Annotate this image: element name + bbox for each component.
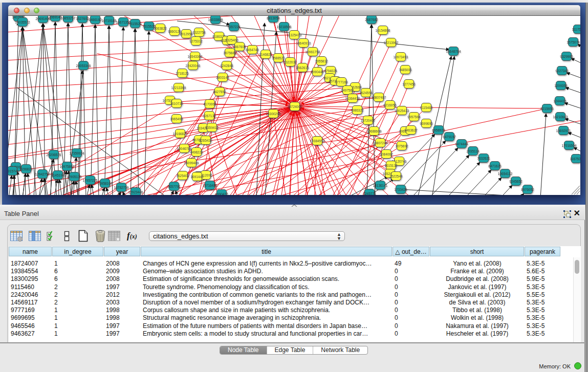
svg-text:7632621: 7632621 xyxy=(477,157,490,160)
svg-text:6322037: 6322037 xyxy=(284,60,297,64)
svg-text:1527602: 1527602 xyxy=(76,17,89,20)
svg-text:9657791: 9657791 xyxy=(167,185,181,188)
svg-text:10853257: 10853257 xyxy=(61,16,76,20)
svg-text:10654112: 10654112 xyxy=(498,172,513,176)
svg-text:9474444: 9474444 xyxy=(455,142,468,146)
svg-text:9245771: 9245771 xyxy=(363,192,376,195)
svg-text:9957564: 9957564 xyxy=(407,115,421,119)
svg-text:15692971: 15692971 xyxy=(556,129,571,133)
svg-text:10688609: 10688609 xyxy=(367,129,382,133)
svg-text:10961758: 10961758 xyxy=(306,50,320,54)
svg-text:12942757: 12942757 xyxy=(35,172,50,176)
svg-text:1277453: 1277453 xyxy=(402,82,416,86)
svg-text:2935114: 2935114 xyxy=(467,149,480,153)
svg-text:12213967: 12213967 xyxy=(384,41,399,45)
svg-text:1733426: 1733426 xyxy=(394,188,407,191)
svg-text:21364436: 21364436 xyxy=(345,97,360,100)
svg-text:2687682: 2687682 xyxy=(365,18,378,21)
svg-text:6794024: 6794024 xyxy=(324,69,337,73)
svg-text:8471626: 8471626 xyxy=(488,164,502,168)
svg-text:11325419: 11325419 xyxy=(287,33,302,37)
svg-text:15720407: 15720407 xyxy=(361,119,376,122)
svg-text:19384554: 19384554 xyxy=(310,139,325,143)
svg-text:10807487: 10807487 xyxy=(372,96,386,99)
svg-text:19166827: 19166827 xyxy=(173,132,188,136)
svg-text:7955812: 7955812 xyxy=(315,59,328,63)
svg-text:4498222: 4498222 xyxy=(190,150,203,154)
svg-text:10958107: 10958107 xyxy=(98,182,113,185)
svg-text:14099489: 14099489 xyxy=(184,161,199,165)
svg-text:3915741: 3915741 xyxy=(8,169,19,173)
svg-text:10975867: 10975867 xyxy=(60,165,75,168)
svg-text:19218506: 19218506 xyxy=(277,25,292,29)
svg-text:20206576: 20206576 xyxy=(47,153,61,157)
svg-text:9242848: 9242848 xyxy=(220,64,233,68)
svg-text:17957225: 17957225 xyxy=(83,179,98,182)
svg-text:16033809: 16033809 xyxy=(208,18,223,21)
svg-text:7663822: 7663822 xyxy=(154,27,167,30)
svg-text:1167533: 1167533 xyxy=(570,157,580,161)
svg-text:8976052: 8976052 xyxy=(521,188,534,191)
svg-text:9146821: 9146821 xyxy=(259,53,272,56)
svg-text:9860124: 9860124 xyxy=(168,30,181,33)
svg-text:8912954: 8912954 xyxy=(180,32,193,36)
svg-text:8990444: 8990444 xyxy=(311,70,324,74)
svg-text:16154808: 16154808 xyxy=(376,29,390,32)
svg-text:9777169: 9777169 xyxy=(335,80,348,84)
svg-text:9227343: 9227343 xyxy=(555,69,569,73)
svg-text:2718126: 2718126 xyxy=(176,72,189,75)
svg-text:7986322: 7986322 xyxy=(351,108,364,112)
svg-text:9322754: 9322754 xyxy=(192,31,206,34)
svg-text:2522544: 2522544 xyxy=(389,174,403,178)
svg-text:6216055: 6216055 xyxy=(383,103,397,107)
svg-text:2803144: 2803144 xyxy=(216,76,229,79)
svg-text:1156829: 1156829 xyxy=(20,167,33,171)
svg-text:9275312: 9275312 xyxy=(189,39,203,43)
svg-text:5359412: 5359412 xyxy=(205,126,219,129)
svg-text:8958923: 8958923 xyxy=(432,128,445,132)
svg-text:10719185: 10719185 xyxy=(102,19,117,23)
svg-text:1588520: 1588520 xyxy=(272,56,285,60)
svg-text:15640910: 15640910 xyxy=(296,41,311,45)
svg-text:1610735: 1610735 xyxy=(170,102,183,105)
svg-text:18724007: 18724007 xyxy=(288,105,302,108)
svg-text:8427552: 8427552 xyxy=(213,90,226,94)
svg-text:1965493: 1965493 xyxy=(170,117,183,121)
svg-text:13716485: 13716485 xyxy=(203,184,217,187)
svg-text:2867608: 2867608 xyxy=(233,45,246,49)
svg-text:10025433: 10025433 xyxy=(395,109,409,113)
svg-text:1075692: 1075692 xyxy=(395,144,408,148)
svg-text:9084067: 9084067 xyxy=(380,152,393,156)
svg-text:14035572: 14035572 xyxy=(15,20,30,24)
svg-text:7515526: 7515526 xyxy=(128,22,142,26)
svg-text:1145194: 1145194 xyxy=(52,173,64,177)
svg-text:2265432: 2265432 xyxy=(199,139,212,142)
svg-text:7485006: 7485006 xyxy=(399,68,412,72)
svg-text:22420046: 22420046 xyxy=(186,64,201,68)
svg-text:12923446: 12923446 xyxy=(128,190,143,194)
svg-text:16648784: 16648784 xyxy=(446,50,461,53)
svg-text:12213369: 12213369 xyxy=(171,86,186,90)
svg-text:10046788: 10046788 xyxy=(177,147,192,150)
svg-text:8990472: 8990472 xyxy=(215,192,228,195)
svg-text:16782759: 16782759 xyxy=(114,186,129,189)
svg-text:16210643: 16210643 xyxy=(553,115,568,119)
svg-text:17016504: 17016504 xyxy=(562,144,577,147)
svg-text:2069140: 2069140 xyxy=(49,16,62,19)
svg-text:9329966: 9329966 xyxy=(560,55,573,58)
svg-text:9463627: 9463627 xyxy=(404,128,418,132)
svg-text:9115460: 9115460 xyxy=(420,106,433,110)
svg-text:9325460: 9325460 xyxy=(225,38,238,42)
svg-text:4170065: 4170065 xyxy=(203,102,216,106)
svg-text:1209358: 1209358 xyxy=(554,84,568,87)
svg-text:18300295: 18300295 xyxy=(266,112,281,116)
svg-text:6466160: 6466160 xyxy=(89,18,102,21)
svg-text:8215955: 8215955 xyxy=(540,107,554,111)
svg-text:8454749: 8454749 xyxy=(246,48,259,52)
svg-text:14136141: 14136141 xyxy=(373,184,388,187)
svg-text:8813054: 8813054 xyxy=(267,16,280,20)
svg-text:9245652: 9245652 xyxy=(509,180,522,183)
svg-text:7357224: 7357224 xyxy=(227,25,241,29)
svg-text:1117532: 1117532 xyxy=(572,28,580,31)
svg-text:28053346: 28053346 xyxy=(76,64,91,68)
